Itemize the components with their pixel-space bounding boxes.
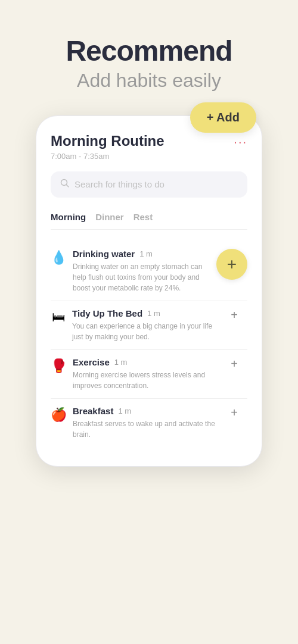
- habit-icon-breakfast: 🍎: [51, 407, 67, 423]
- phone-frame: Morning Routine ··· 7:00am - 7:35am Sear…: [36, 115, 262, 467]
- habit-desc-bed: You can experience a big change in your …: [72, 321, 221, 342]
- add-plus-exercise[interactable]: +: [231, 357, 238, 371]
- add-button[interactable]: + Add: [190, 102, 256, 133]
- tabs-row: Morning Dinner Rest: [51, 210, 247, 230]
- habit-duration-bed: 1 m: [147, 309, 160, 318]
- search-bar[interactable]: Search for things to do: [51, 171, 247, 198]
- svg-line-1: [67, 185, 69, 187]
- tab-dinner[interactable]: Dinner: [95, 210, 134, 224]
- phone-container: + Add Morning Routine ··· 7:00am - 7:35a…: [36, 115, 262, 467]
- habit-desc-water: Drinking water on an empty stomach can h…: [73, 261, 216, 293]
- search-placeholder: Search for things to do: [74, 179, 164, 189]
- habit-desc-breakfast: Breakfast serves to wake up and activate…: [73, 418, 221, 440]
- habit-item-drinking-water: 💧 Drinking water 1 m Drinking water on a…: [51, 242, 247, 301]
- habit-list: 💧 Drinking water 1 m Drinking water on a…: [51, 242, 247, 447]
- more-options-icon[interactable]: ···: [234, 135, 247, 149]
- routine-header: Morning Routine ···: [51, 133, 247, 149]
- add-plus-bed[interactable]: +: [231, 308, 238, 322]
- habit-icon-bed: 🛏: [51, 310, 66, 325]
- add-plus-breakfast[interactable]: +: [231, 406, 238, 420]
- add-circle-water[interactable]: +: [216, 249, 247, 280]
- header-section: Recommend Add habits easily: [0, 0, 298, 104]
- habit-item-exercise: 🥊 Exercise 1 m Morning exercise lowers s…: [51, 350, 247, 399]
- routine-time: 7:00am - 7:35am: [51, 152, 247, 161]
- habit-icon-exercise: 🥊: [51, 358, 67, 374]
- habit-name-breakfast: Breakfast: [73, 406, 113, 416]
- routine-title: Morning Routine: [51, 133, 164, 149]
- habit-action-water[interactable]: +: [216, 249, 247, 280]
- habit-action-breakfast[interactable]: +: [221, 406, 247, 420]
- habit-item-breakfast: 🍎 Breakfast 1 m Breakfast serves to wake…: [51, 399, 247, 447]
- tab-rest[interactable]: Rest: [134, 210, 163, 224]
- habit-item-tidy-bed: 🛏 Tidy Up The Bed 1 m You can experience…: [51, 301, 247, 350]
- sub-title: Add habits easily: [24, 70, 274, 92]
- habit-duration-breakfast: 1 m: [118, 407, 131, 415]
- habit-name-bed: Tidy Up The Bed: [72, 308, 142, 318]
- habit-duration-exercise: 1 m: [114, 358, 128, 367]
- habit-duration-water: 1 m: [139, 249, 153, 258]
- habit-name-water: Drinking water: [73, 249, 135, 259]
- main-title: Recommend: [24, 36, 274, 67]
- habit-name-exercise: Exercise: [73, 357, 110, 367]
- habit-desc-exercise: Morning exercise lowers stress levels an…: [73, 370, 221, 391]
- habit-icon-water: 💧: [51, 250, 67, 265]
- habit-action-bed[interactable]: +: [221, 308, 247, 322]
- tab-morning[interactable]: Morning: [51, 210, 95, 224]
- habit-action-exercise[interactable]: +: [221, 357, 247, 371]
- search-icon: [60, 179, 70, 190]
